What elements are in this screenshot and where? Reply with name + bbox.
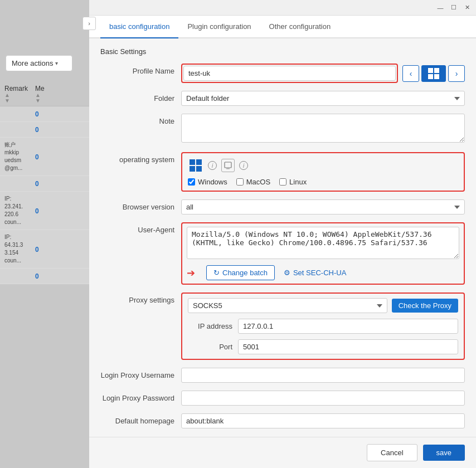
change-batch-label: Change batch (222, 269, 268, 277)
table-row[interactable]: 0 (0, 269, 89, 284)
proxy-settings-control: SOCKS5 Check the Proxy IP address Port (181, 292, 465, 360)
user-agent-textarea[interactable]: Mozilla/5.0 (Windows NT 10.0; WOW64) App… (187, 227, 459, 259)
right-panel: — ☐ ✕ basic configuration Plugin configu… (89, 0, 476, 468)
port-label: Port (188, 343, 238, 351)
sort-icon-me: ▲▼ (35, 92, 52, 104)
folder-control: Default folder (181, 91, 465, 106)
proxy-section: SOCKS5 Check the Proxy IP address Port (181, 292, 465, 360)
windows-label: Windows (198, 178, 227, 186)
mac-os-icon (221, 159, 235, 172)
folder-row: Folder Default folder (100, 91, 465, 106)
windows-checkbox-item[interactable]: Windows (188, 178, 227, 186)
change-batch-button[interactable]: ↻ Change batch (206, 265, 275, 280)
check-proxy-button[interactable]: Check the Proxy (392, 299, 458, 313)
login-proxy-password-input[interactable] (181, 391, 465, 406)
macos-checkbox[interactable] (236, 178, 244, 186)
login-proxy-username-input[interactable] (181, 368, 465, 383)
os-label: operating system (100, 152, 181, 164)
browser-version-select[interactable]: all (181, 199, 465, 214)
linux-checkbox[interactable] (279, 178, 286, 186)
windows-logo-button[interactable] (421, 65, 446, 82)
cancel-button[interactable]: Cancel (367, 444, 417, 461)
proxy-settings-label: Proxy settings (100, 292, 181, 304)
profile-name-input[interactable] (183, 66, 396, 81)
browser-version-control: all (181, 199, 465, 214)
set-sec-ch-ua-link[interactable]: ⚙ Set SEC-CH-UA (284, 269, 346, 277)
linux-label: Linux (289, 178, 307, 186)
note-textarea[interactable] (181, 114, 465, 143)
remark-column-header: Remark ▲▼ (4, 85, 35, 104)
collapse-button[interactable]: › (82, 17, 96, 30)
ip-address-label: IP address (188, 322, 238, 330)
next-arrow-button[interactable]: › (448, 65, 465, 82)
user-agent-label: User-Agent (100, 222, 181, 234)
gear-icon: ⚙ (284, 269, 290, 277)
svg-rect-1 (226, 168, 230, 169)
ua-section: Mozilla/5.0 (Windows NT 10.0; WOW64) App… (181, 222, 465, 285)
table-row[interactable]: 0 (0, 122, 89, 138)
browser-version-row: Browser version all (100, 199, 465, 214)
table-row[interactable]: 0 (0, 106, 89, 122)
macos-label: MacOS (246, 178, 270, 186)
chevron-down-icon: ▾ (55, 60, 58, 66)
tab-other-configuration[interactable]: Other configuration (260, 16, 340, 38)
os-section: i i Windows MacOS (181, 152, 465, 192)
me-column-header: Me ▲▼ (35, 85, 52, 104)
linux-checkbox-item[interactable]: Linux (279, 178, 307, 186)
default-homepage-control (181, 413, 465, 428)
restore-button[interactable]: ☐ (449, 3, 458, 12)
set-sec-ch-ua-label: Set SEC-CH-UA (293, 269, 346, 277)
windows-checkbox[interactable] (188, 178, 195, 186)
titlebar: — ☐ ✕ (89, 0, 476, 16)
os-control: i i Windows MacOS (181, 152, 465, 192)
port-input[interactable] (238, 339, 458, 354)
tab-basic-configuration[interactable]: basic configuration (100, 16, 178, 38)
footer: Cancel save (89, 437, 476, 468)
proxy-settings-row: Proxy settings SOCKS5 Check the Proxy IP… (100, 292, 465, 360)
profile-name-row: Profile Name ‹ › (100, 64, 465, 83)
table-row[interactable]: 0 (0, 176, 89, 192)
macos-checkbox-item[interactable]: MacOS (236, 178, 270, 186)
default-homepage-input[interactable] (181, 413, 465, 428)
folder-label: Folder (100, 91, 181, 103)
ip-address-input[interactable] (238, 319, 458, 334)
login-proxy-password-control (181, 391, 465, 406)
save-button[interactable]: save (423, 445, 465, 461)
minimize-button[interactable]: — (436, 3, 445, 12)
default-homepage-label: Default homepage (100, 413, 181, 425)
login-proxy-username-control (181, 368, 465, 383)
chevron-right-icon: › (88, 20, 90, 27)
table-row[interactable]: IP:64.31.33.154coun... 0 (0, 230, 89, 269)
note-row: Note (100, 114, 465, 144)
windows-info-icon[interactable]: i (208, 161, 217, 170)
os-row: operating system i i (100, 152, 465, 192)
note-control (181, 114, 465, 144)
login-proxy-password-row: Login Proxy Password (100, 391, 465, 406)
user-agent-control: Mozilla/5.0 (Windows NT 10.0; WOW64) App… (181, 222, 465, 285)
content-area: Basic Settings Profile Name ‹ (89, 38, 476, 437)
svg-rect-0 (225, 162, 231, 168)
user-agent-row: User-Agent Mozilla/5.0 (Windows NT 10.0;… (100, 222, 465, 285)
table-row[interactable]: IP:23.241.220.6coun... 0 (0, 192, 89, 230)
os-checkboxes: Windows MacOS Linux (188, 178, 458, 186)
prev-arrow-button[interactable]: ‹ (402, 65, 419, 82)
nav-arrows: ‹ › (402, 65, 465, 82)
more-actions-label: More actions (12, 59, 53, 67)
tab-plugin-configuration[interactable]: Plugin configuration (178, 16, 260, 38)
windows-os-icon (188, 158, 203, 173)
browser-version-label: Browser version (100, 199, 181, 211)
proxy-type-select[interactable]: SOCKS5 (188, 298, 387, 313)
section-title: Basic Settings (100, 47, 465, 56)
left-panel: › More actions ▾ Remark ▲▼ Me ▲▼ 0 0 账户m… (0, 0, 89, 468)
table-header: Remark ▲▼ Me ▲▼ (0, 82, 89, 106)
more-actions-button[interactable]: More actions ▾ (6, 55, 72, 71)
tab-bar: basic configuration Plugin configuration… (89, 16, 476, 38)
table-row[interactable]: 账户mkkipuedsm@gm... 0 (0, 138, 89, 176)
note-label: Note (100, 114, 181, 125)
default-homepage-row: Default homepage (100, 413, 465, 428)
mac-info-icon[interactable]: i (239, 161, 248, 170)
profile-name-control: ‹ › (181, 64, 465, 83)
arrow-right-icon: ➔ (187, 267, 195, 279)
close-button[interactable]: ✕ (463, 3, 472, 12)
folder-select[interactable]: Default folder (181, 91, 465, 106)
